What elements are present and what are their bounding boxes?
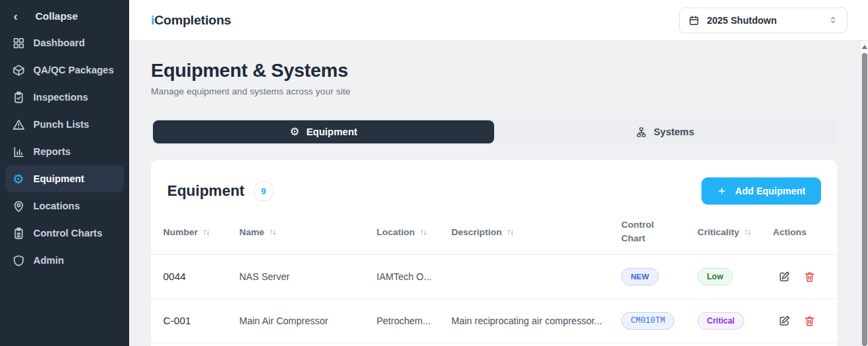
table-row: C-001 Main Air Compressor Petrochem... M…	[151, 299, 837, 343]
sidebar-item-punch-lists[interactable]: Punch Lists	[5, 111, 124, 138]
map-pin-icon	[12, 199, 25, 213]
column-header-name: Name ↑↓	[239, 227, 377, 237]
plus-icon	[717, 186, 727, 196]
cell-location: Petrochem...	[377, 315, 451, 326]
cell-number: C-001	[163, 315, 239, 326]
column-header-control-chart: Control Chart	[621, 218, 697, 246]
sort-icon[interactable]: ↑↓	[203, 227, 209, 237]
top-header: iCompletions 2025 Shutdown	[129, 0, 868, 41]
cell-location: IAMTech O...	[377, 271, 451, 282]
add-equipment-label: Add Equipment	[735, 186, 805, 196]
trash-icon	[803, 271, 816, 283]
selected-event-value: 2025 Shutdown	[707, 15, 777, 26]
cell-control-chart: NEW	[621, 268, 697, 286]
criticality-badge: Low	[697, 268, 733, 286]
sort-icon[interactable]: ↑↓	[419, 227, 426, 237]
column-header-description: Description ↑↓	[451, 227, 621, 237]
sidebar-item-label: Equipment	[33, 173, 84, 184]
column-header-number: Number ↑↓	[163, 227, 239, 237]
sidebar-item-label: Reports	[33, 146, 71, 157]
tab-equipment-label: Equipment	[307, 126, 358, 137]
logo-rest: Completions	[154, 13, 231, 27]
sidebar-collapse-button[interactable]: ‹ Collapse	[0, 2, 129, 29]
package-icon	[12, 63, 25, 77]
sidebar-item-dashboard[interactable]: Dashboard	[5, 29, 124, 56]
edit-button[interactable]	[778, 315, 791, 327]
trash-icon	[803, 315, 816, 327]
page-title: Equipment & Systems	[151, 60, 837, 82]
sidebar-item-label: Punch Lists	[33, 119, 89, 130]
sidebar-item-equipment[interactable]: ⚙ Equipment	[5, 165, 124, 192]
scroll-up-arrow-icon[interactable]	[862, 45, 867, 49]
systems-hierarchy-icon	[636, 126, 647, 138]
page-subtitle: Manage equipment and systems across your…	[151, 86, 837, 97]
cell-description: Main reciprocating air compressor...	[451, 315, 621, 326]
cell-actions	[773, 315, 821, 327]
sidebar-item-inspections[interactable]: Inspections	[5, 84, 124, 111]
bar-chart-icon	[12, 145, 25, 158]
edit-pencil-icon	[778, 271, 791, 283]
warning-triangle-icon	[12, 118, 25, 131]
gear-icon: ⚙	[12, 172, 25, 186]
shutdown-event-select[interactable]: 2025 Shutdown	[679, 7, 848, 33]
page-content: Equipment & Systems Manage equipment and…	[129, 41, 868, 346]
cell-control-chart: CM010TM	[621, 312, 697, 330]
column-header-location: Location ↑↓	[377, 227, 451, 237]
column-header-actions: Actions	[773, 227, 821, 237]
tab-equipment[interactable]: ⚙ Equipment	[153, 120, 494, 143]
view-tabs: ⚙ Equipment Systems	[151, 118, 837, 145]
app-window: ‹ Collapse Dashboard QA/QC Packages Insp…	[0, 0, 868, 346]
sidebar-item-admin[interactable]: Admin	[5, 247, 124, 274]
edit-button[interactable]	[778, 271, 791, 283]
gear-icon: ⚙	[290, 126, 299, 137]
vertical-scrollbar[interactable]	[861, 41, 868, 346]
sort-icon[interactable]: ↑↓	[269, 227, 276, 237]
sidebar: ‹ Collapse Dashboard QA/QC Packages Insp…	[0, 0, 129, 346]
calendar-icon	[689, 15, 699, 26]
sidebar-item-control-charts[interactable]: Control Charts	[5, 220, 124, 247]
table-row: 0044 NAS Server IAMTech O... NEW Low	[151, 255, 837, 299]
sidebar-item-label: Control Charts	[33, 228, 103, 239]
clipboard-list-icon	[12, 226, 25, 240]
main-area: iCompletions 2025 Shutdown Equipment & S…	[129, 0, 868, 346]
control-chart-badge: NEW	[621, 268, 659, 286]
cell-name: Main Air Compressor	[239, 315, 377, 326]
cell-actions	[773, 271, 821, 283]
sidebar-item-label: QA/QC Packages	[33, 65, 114, 75]
control-chart-badge: CM010TM	[621, 312, 674, 330]
sidebar-item-reports[interactable]: Reports	[5, 138, 124, 165]
equipment-panel: Equipment 9 Add Equipment Number ↑↓	[151, 160, 837, 346]
tab-systems[interactable]: Systems	[494, 120, 835, 143]
sort-icon[interactable]: ↑↓	[506, 227, 513, 237]
shield-icon	[12, 254, 25, 267]
delete-button[interactable]	[803, 315, 816, 327]
cell-criticality: Low	[697, 268, 773, 286]
clipboard-check-icon	[12, 90, 25, 104]
criticality-badge: Critical	[697, 312, 744, 330]
sidebar-item-label: Inspections	[33, 92, 88, 103]
edit-pencil-icon	[778, 315, 791, 327]
equipment-count-badge: 9	[254, 181, 274, 201]
tab-systems-label: Systems	[654, 126, 695, 137]
equipment-panel-title: Equipment	[167, 182, 245, 200]
sidebar-item-qaqc-packages[interactable]: QA/QC Packages	[5, 56, 124, 84]
sidebar-item-label: Admin	[33, 255, 64, 266]
app-logo: iCompletions	[151, 13, 231, 28]
equipment-panel-header: Equipment 9 Add Equipment	[151, 160, 837, 205]
scrollbar-thumb[interactable]	[862, 53, 867, 346]
add-equipment-button[interactable]: Add Equipment	[701, 177, 821, 205]
sort-icon[interactable]: ↑↓	[744, 227, 751, 237]
sidebar-item-label: Locations	[33, 201, 80, 211]
cell-number: 0044	[163, 271, 239, 282]
column-header-criticality: Criticality ↑↓	[697, 227, 773, 237]
cell-name: NAS Server	[239, 271, 377, 282]
sidebar-item-label: Dashboard	[33, 37, 85, 48]
dashboard-grid-icon	[12, 36, 25, 50]
collapse-label: Collapse	[35, 10, 78, 22]
cell-criticality: Critical	[697, 312, 773, 330]
delete-button[interactable]	[803, 271, 816, 283]
chevron-up-down-icon	[828, 15, 838, 25]
sidebar-item-locations[interactable]: Locations	[5, 192, 124, 220]
chevron-left-icon: ‹	[10, 10, 22, 22]
equipment-table-header: Number ↑↓ Name ↑↓ Location ↑↓ Descriptio…	[151, 218, 837, 255]
